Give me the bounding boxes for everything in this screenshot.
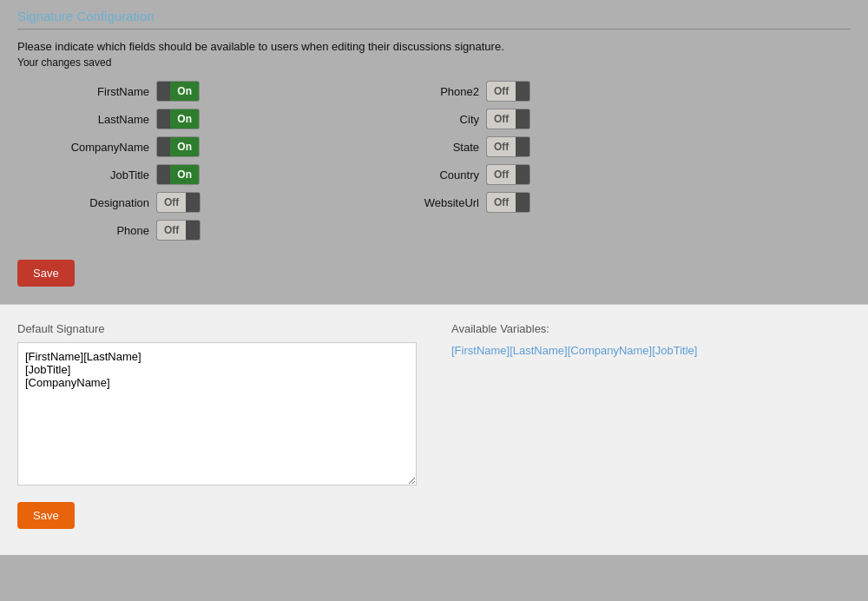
saved-message: Your changes saved — [17, 56, 851, 69]
toggle-country[interactable]: Off — [486, 164, 677, 185]
toggle-companyname[interactable]: On — [156, 136, 347, 157]
var-link-jobtitle[interactable]: [JobTitle] — [652, 344, 697, 357]
label-city: City — [347, 113, 486, 126]
toggle-btn-country[interactable]: Off — [486, 164, 530, 185]
save-button-top[interactable]: Save — [17, 260, 75, 287]
toggle-lastname[interactable]: On — [156, 109, 347, 129]
toggle-state[interactable]: Off — [486, 136, 677, 157]
description-text: Please indicate which fields should be a… — [17, 40, 851, 53]
label-companyname: CompanyName — [17, 141, 156, 154]
label-state: State — [347, 141, 486, 154]
toggle-btn-city[interactable]: Off — [486, 109, 530, 129]
toggle-btn-phone[interactable]: Off — [156, 220, 201, 241]
toggle-phone[interactable]: Off — [156, 220, 347, 241]
label-designation: Designation — [17, 196, 156, 209]
label-phone: Phone — [17, 224, 156, 237]
toggle-designation[interactable]: Off — [156, 192, 347, 213]
var-link-firstname[interactable]: [FirstName] — [451, 344, 510, 357]
label-websiteurl: WebsiteUrl — [347, 196, 486, 209]
fields-grid: FirstName On Phone2 Off LastName On City — [17, 81, 851, 241]
label-country: Country — [347, 168, 486, 182]
toggle-btn-phone2[interactable]: Off — [486, 81, 530, 102]
var-link-companyname[interactable]: [CompanyName] — [568, 344, 653, 357]
default-signature-area: Default Signature [FirstName][LastName] … — [17, 322, 417, 488]
toggle-btn-websiteurl[interactable]: Off — [486, 192, 530, 213]
toggle-phone2[interactable]: Off — [486, 81, 677, 102]
label-firstname: FirstName — [17, 85, 156, 98]
var-link-lastname[interactable]: [LastName] — [510, 344, 567, 357]
toggle-firstname[interactable]: On — [156, 81, 347, 102]
toggle-btn-firstname[interactable]: On — [156, 81, 200, 102]
bottom-section: Default Signature [FirstName][LastName] … — [0, 304, 868, 555]
toggle-websiteurl[interactable]: Off — [486, 192, 677, 213]
available-vars-label: Available Variables: — [451, 322, 851, 335]
label-phone2: Phone2 — [347, 85, 486, 98]
page-title: Signature Configuration — [17, 9, 851, 30]
save-button-bottom[interactable]: Save — [17, 502, 75, 529]
toggle-jobtitle[interactable]: On — [156, 164, 347, 185]
toggle-btn-state[interactable]: Off — [486, 136, 530, 157]
signature-textarea[interactable]: [FirstName][LastName] [JobTitle] [Compan… — [17, 342, 417, 485]
variable-links: [FirstName][LastName][CompanyName][JobTi… — [451, 342, 851, 360]
label-jobtitle: JobTitle — [17, 168, 156, 182]
toggle-city[interactable]: Off — [486, 109, 677, 129]
label-lastname: LastName — [17, 113, 156, 126]
available-variables-area: Available Variables: [FirstName][LastNam… — [451, 322, 851, 488]
default-sig-label: Default Signature — [17, 322, 417, 335]
toggle-btn-lastname[interactable]: On — [156, 109, 200, 129]
toggle-btn-jobtitle[interactable]: On — [156, 164, 200, 185]
toggle-btn-companyname[interactable]: On — [156, 136, 200, 157]
toggle-btn-designation[interactable]: Off — [156, 192, 201, 213]
